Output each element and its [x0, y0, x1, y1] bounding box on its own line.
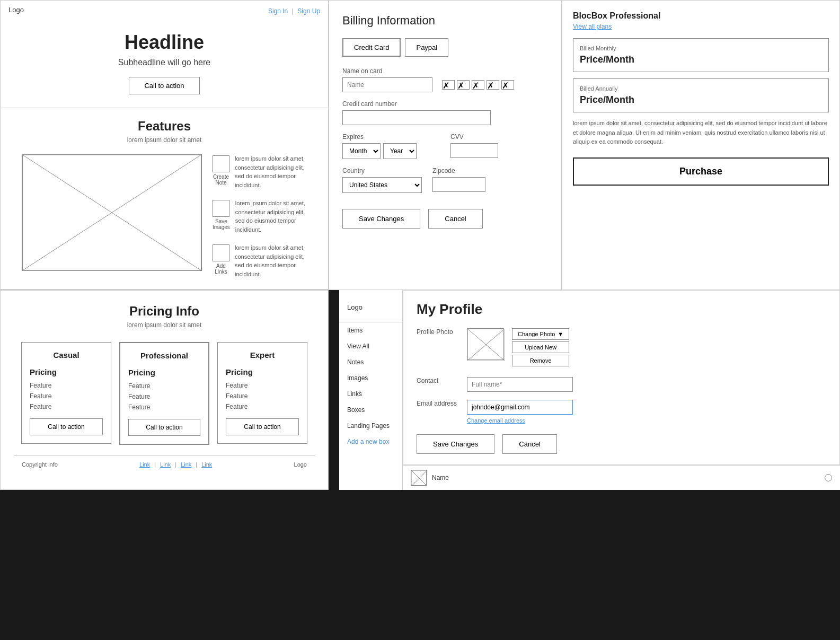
casual-cta: Call to action — [30, 418, 103, 435]
feature-icon-2 — [213, 200, 229, 217]
save-changes-button[interactable]: Save Changes — [342, 209, 420, 229]
sidebar-item-links[interactable]: Links — [339, 386, 402, 402]
upload-new-button[interactable]: Upload New — [512, 341, 569, 353]
profile-photo-actions: Change Photo ▼ Upload New Remove — [512, 328, 569, 366]
casual-cta-button[interactable]: Call to action — [30, 418, 103, 435]
card-icon-1: ✗ — [442, 80, 455, 90]
feature-label-2: Save Images — [213, 218, 230, 230]
profile-save-button[interactable]: Save Changes — [417, 434, 494, 454]
country-select[interactable]: United States — [342, 177, 422, 193]
annual-price: Price/Month — [580, 94, 822, 106]
sidebar-item-boxes[interactable]: Boxes — [339, 402, 402, 418]
signin-link[interactable]: Sign In — [268, 7, 288, 15]
feature-text-2: lorem ipsum dolor sit amet, consectetur … — [235, 199, 307, 234]
annual-plan-box: Billed Annually Price/Month — [573, 78, 829, 112]
professional-cta-button[interactable]: Call to action — [128, 419, 200, 436]
feature-item-3: Add Links lorem ipsum dolor sit amet, co… — [213, 243, 307, 278]
landing-headline: Headline — [22, 31, 307, 54]
professional-price: Pricing — [128, 368, 200, 377]
status-avatar — [411, 470, 427, 486]
signup-link[interactable]: Sign Up — [297, 7, 320, 15]
name-on-card-input[interactable] — [342, 77, 432, 92]
landing-features: Features lorem ipsum dolor sit amet Crea… — [1, 108, 328, 290]
cvv-input[interactable] — [450, 143, 498, 158]
monthly-label: Billed Monthly — [580, 45, 822, 51]
casual-price: Pricing — [30, 367, 103, 376]
features-image — [22, 154, 202, 271]
country-label: Country — [342, 167, 422, 174]
features-subtitle: lorem ipsum dolor sit amet — [22, 136, 307, 144]
year-select[interactable]: Year — [383, 143, 417, 159]
profile-main: My Profile Profile Photo Change Photo — [403, 290, 840, 465]
landing-hero: Headline Subheadline will go here Call t… — [1, 21, 328, 108]
cancel-button[interactable]: Cancel — [428, 209, 482, 229]
sidebar-item-notes[interactable]: Notes — [339, 354, 402, 370]
features-title: Features — [22, 119, 307, 134]
professional-cta: Call to action — [128, 419, 200, 436]
landing-cta-button[interactable]: Call to action — [129, 77, 199, 94]
zipcode-input[interactable] — [432, 177, 485, 192]
sidebar-item-viewall[interactable]: View All — [339, 338, 402, 354]
sidebar-logo: Logo — [339, 298, 402, 322]
sidebar-item-images[interactable]: Images — [339, 370, 402, 386]
nav-links: Sign In | Sign Up — [268, 6, 320, 15]
footer-link-3[interactable]: Link — [181, 461, 191, 468]
pricing-card-casual: Casual Pricing Feature Feature Feature C… — [21, 342, 111, 444]
zipcode-label: Zipcode — [432, 167, 485, 174]
landing-nav: Logo Sign In | Sign Up — [1, 1, 328, 21]
card-icons: ✗ ✗ ✗ ✗ ✗ — [442, 80, 514, 90]
expert-price: Pricing — [226, 367, 299, 376]
professional-title: Professional — [128, 351, 200, 360]
footer-link-1[interactable]: Link — [139, 461, 150, 468]
expires-col: Expires Month Year — [342, 133, 440, 159]
footer-link-4[interactable]: Link — [201, 461, 212, 468]
pricing-card-professional: Professional Pricing Feature Feature Fea… — [119, 342, 209, 445]
feature-icon-wrapper-1: Create Note — [213, 154, 229, 186]
paypal-tab[interactable]: Paypal — [405, 38, 448, 57]
purchase-button[interactable]: Purchase — [573, 157, 829, 186]
card-icon-4: ✗ — [487, 80, 499, 90]
view-all-plans-link[interactable]: View all plans — [573, 23, 829, 30]
feature-text-1: lorem ipsum dolor sit amet, consectetur … — [235, 154, 307, 189]
fullname-input[interactable] — [467, 377, 573, 392]
cc-number-label: Credit card number — [342, 100, 548, 108]
profile-actions: Save Changes Cancel — [417, 434, 826, 454]
status-name: Name — [432, 474, 449, 481]
sidebar-item-items[interactable]: Items — [339, 322, 402, 338]
profile-photo-placeholder — [467, 328, 504, 360]
cc-number-input[interactable] — [342, 110, 491, 125]
cvv-label: CVV — [450, 133, 548, 141]
feature-icon-wrapper-2: Save Images — [213, 199, 230, 230]
sidebar-add-box-link[interactable]: Add a new box — [339, 434, 402, 450]
nav-sep: | — [292, 7, 294, 15]
feature-icon-3 — [213, 244, 229, 261]
profile-cancel-button[interactable]: Cancel — [502, 434, 556, 454]
profile-contact-label: Contact — [417, 377, 459, 384]
expert-cta-button[interactable]: Call to action — [226, 418, 299, 435]
profile-photo-row: Profile Photo Change Photo ▼ U — [417, 328, 826, 366]
expert-title: Expert — [226, 350, 299, 360]
cc-number-group: Credit card number — [342, 100, 548, 125]
blocbox-description: lorem ipsum dolor sit amet, consectetur … — [573, 119, 829, 147]
country-zipcode-group: Country United States Zipcode — [342, 167, 548, 193]
landing-subheadline: Subheadline will go here — [22, 58, 307, 67]
month-select[interactable]: Month — [342, 143, 381, 159]
sidebar: Logo Items View All Notes Images Links B… — [339, 290, 403, 490]
change-email-link[interactable]: Change email address — [467, 417, 573, 424]
email-input[interactable] — [467, 400, 573, 415]
footer-link-2[interactable]: Link — [160, 461, 171, 468]
credit-card-tab[interactable]: Credit Card — [342, 38, 401, 57]
change-photo-button[interactable]: Change Photo ▼ — [512, 328, 569, 340]
profile-email-label: Email address — [417, 400, 459, 407]
blocbox-title: BlocBox Professional — [573, 11, 829, 21]
profile-title: My Profile — [417, 301, 826, 318]
expires-cvv-group: Expires Month Year CVV — [342, 133, 548, 159]
remove-photo-button[interactable]: Remove — [512, 355, 569, 366]
zipcode-col: Zipcode — [432, 167, 485, 193]
expires-label: Expires — [342, 133, 440, 141]
sidebar-item-landingpages[interactable]: Landing Pages — [339, 418, 402, 434]
name-on-card-row: ✗ ✗ ✗ ✗ ✗ — [342, 77, 548, 92]
expert-cta: Call to action — [226, 418, 299, 435]
dark-spacer — [329, 290, 339, 490]
pricing-card-expert: Expert Pricing Feature Feature Feature C… — [217, 342, 307, 444]
